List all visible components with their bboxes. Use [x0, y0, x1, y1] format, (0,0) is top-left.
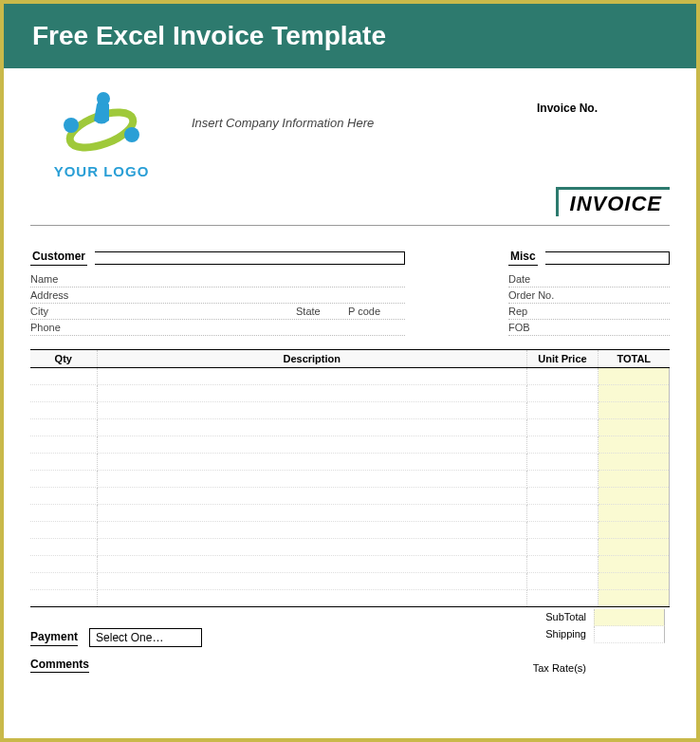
table-row[interactable] [30, 522, 670, 539]
shipping-row: Shipping [480, 626, 670, 643]
svg-point-1 [64, 118, 79, 133]
table-row[interactable] [30, 419, 670, 436]
orderno-label: Order No. [508, 289, 565, 301]
name-label: Name [30, 273, 87, 285]
phone-label: Phone [30, 322, 87, 333]
tax-label: Tax Rate(s) [480, 660, 594, 677]
divider [30, 225, 670, 226]
info-row: Customer Name Address City State P code … [30, 250, 670, 336]
top-section: YOUR LOGO Insert Company Information Her… [30, 87, 670, 179]
customer-phone-row[interactable]: Phone [30, 320, 405, 336]
customer-header: Customer [30, 250, 405, 266]
tax-value[interactable] [594, 660, 665, 677]
customer-city-row[interactable]: City State P code [30, 304, 405, 320]
payment-select[interactable]: Select One… [89, 628, 202, 647]
table-row[interactable] [30, 590, 670, 607]
col-qty: Qty [30, 350, 97, 368]
invoice-title: INVOICE [556, 187, 670, 216]
svg-point-2 [124, 127, 139, 142]
company-info-placeholder[interactable]: Insert Company Information Here [173, 87, 537, 130]
table-row[interactable] [30, 488, 670, 505]
city-label: City [30, 306, 87, 317]
col-unit-price: Unit Price [527, 350, 599, 368]
customer-address-row[interactable]: Address [30, 288, 405, 304]
table-row[interactable] [30, 368, 670, 385]
misc-box: Misc Date Order No. Rep FOB [508, 250, 670, 336]
misc-orderno-row[interactable]: Order No. [508, 288, 670, 304]
col-total: TOTAL [599, 350, 670, 368]
invoice-number-label: Invoice No. [537, 87, 670, 115]
bottom-section: Payment Select One… Comments SubTotal Sh… [30, 609, 670, 677]
misc-rep-row[interactable]: Rep [508, 304, 670, 320]
items-table: Qty Description Unit Price TOTAL [30, 349, 670, 607]
date-label: Date [508, 273, 565, 285]
table-row[interactable] [30, 539, 670, 556]
misc-fob-row[interactable]: FOB [508, 320, 670, 336]
bottom-left: Payment Select One… Comments [30, 609, 480, 677]
tax-row: Tax Rate(s) [480, 660, 670, 677]
misc-date-row[interactable]: Date [508, 271, 670, 288]
customer-header-label: Customer [30, 250, 87, 266]
subtotal-row: SubTotal [480, 609, 670, 626]
subtotal-label: SubTotal [480, 609, 594, 626]
table-row[interactable] [30, 505, 670, 522]
shipping-value[interactable] [594, 626, 665, 643]
table-header-row: Qty Description Unit Price TOTAL [30, 350, 670, 368]
logo-text: YOUR LOGO [30, 163, 173, 179]
misc-header-label: Misc [508, 250, 538, 266]
payment-row: Payment Select One… [30, 628, 480, 647]
state-label: State [296, 306, 348, 317]
svg-point-3 [97, 92, 110, 105]
customer-name-row[interactable]: Name [30, 271, 405, 288]
table-row[interactable] [30, 454, 670, 471]
misc-header: Misc [508, 250, 670, 266]
fob-label: FOB [508, 322, 565, 333]
rep-label: Rep [508, 306, 565, 317]
pcode-label: P code [348, 306, 405, 317]
table-row[interactable] [30, 573, 670, 590]
address-label: Address [30, 289, 87, 301]
table-row[interactable] [30, 471, 670, 488]
table-row[interactable] [30, 385, 670, 402]
totals-area: SubTotal Shipping Tax Rate(s) [480, 609, 670, 677]
header-banner: Free Excel Invoice Template [4, 4, 696, 68]
invoice-content: YOUR LOGO Insert Company Information Her… [4, 68, 696, 677]
logo-area: YOUR LOGO [30, 87, 173, 179]
table-row[interactable] [30, 402, 670, 419]
customer-box: Customer Name Address City State P code … [30, 250, 405, 336]
shipping-label: Shipping [480, 626, 594, 643]
subtotal-value [594, 609, 665, 626]
table-row[interactable] [30, 436, 670, 454]
col-description: Description [97, 350, 527, 368]
invoice-title-row: INVOICE [30, 187, 670, 217]
table-row[interactable] [30, 556, 670, 573]
company-logo-icon [45, 87, 158, 163]
payment-label: Payment [30, 630, 78, 646]
comments-label: Comments [30, 658, 89, 673]
page-title: Free Excel Invoice Template [32, 21, 668, 51]
